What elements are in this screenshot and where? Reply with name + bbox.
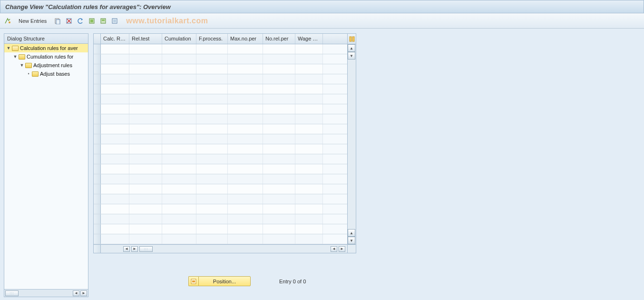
table-cell[interactable] <box>228 134 263 144</box>
table-cell[interactable] <box>295 84 323 94</box>
column-header[interactable]: Cumulation <box>162 34 196 44</box>
table-cell[interactable] <box>162 134 196 144</box>
table-cell[interactable] <box>228 184 263 194</box>
table-cell[interactable] <box>101 64 129 74</box>
table-cell[interactable] <box>263 234 295 244</box>
row-selector[interactable] <box>94 164 101 174</box>
table-cell[interactable] <box>295 174 323 184</box>
tree-node[interactable]: ▼Cumulation rules for <box>4 52 88 61</box>
table-cell[interactable] <box>263 74 295 84</box>
table-cell[interactable] <box>162 184 196 194</box>
table-cell[interactable] <box>295 194 323 204</box>
table-cell[interactable] <box>263 64 295 74</box>
table-cell[interactable] <box>129 64 162 74</box>
table-cell[interactable] <box>295 224 323 234</box>
table-cell[interactable] <box>101 164 129 174</box>
scroll-right-icon[interactable]: ► <box>80 290 87 296</box>
table-cell[interactable] <box>228 234 263 244</box>
table-cell[interactable] <box>196 174 228 184</box>
table-cell[interactable] <box>263 214 295 224</box>
table-cell[interactable] <box>129 134 162 144</box>
table-cell[interactable] <box>295 114 323 124</box>
table-cell[interactable] <box>101 44 129 54</box>
table-cell[interactable] <box>196 64 228 74</box>
table-cell[interactable] <box>295 54 323 64</box>
vscroll-up-icon[interactable]: ▲ <box>348 44 355 52</box>
table-corner[interactable] <box>94 34 101 44</box>
dialog-structure-tree[interactable]: ▼Calculation rules for aver▼Cumulation r… <box>4 44 88 289</box>
table-cell[interactable] <box>228 214 263 224</box>
table-cell[interactable] <box>263 174 295 184</box>
position-button[interactable]: Position... <box>188 276 251 286</box>
table-cell[interactable] <box>263 134 295 144</box>
table-cell[interactable] <box>162 204 196 214</box>
table-cell[interactable] <box>196 44 228 54</box>
table-cell[interactable] <box>101 74 129 84</box>
table-cell[interactable] <box>263 44 295 54</box>
table-cell[interactable] <box>162 144 196 154</box>
copy-icon[interactable] <box>53 16 62 26</box>
row-selector[interactable] <box>94 144 101 154</box>
row-selector[interactable] <box>94 214 101 224</box>
table-cell[interactable] <box>295 144 323 154</box>
table-cell[interactable] <box>162 214 196 224</box>
toggle-icon[interactable] <box>3 16 12 26</box>
hscroll-thumb-icon[interactable]: ::: <box>139 246 153 252</box>
hscroll-right-icon[interactable]: ► <box>131 246 138 252</box>
table-cell[interactable] <box>196 94 228 104</box>
table-cell[interactable] <box>196 84 228 94</box>
table-cell[interactable] <box>295 64 323 74</box>
table-cell[interactable] <box>101 114 129 124</box>
table-cell[interactable] <box>196 194 228 204</box>
table-cell[interactable] <box>101 84 129 94</box>
table-cell[interactable] <box>295 154 323 164</box>
row-selector[interactable] <box>94 74 101 84</box>
table-cell[interactable] <box>129 154 162 164</box>
hscroll-left-icon[interactable]: ◄ <box>123 246 130 252</box>
table-cell[interactable] <box>263 84 295 94</box>
vscroll-up-step-icon[interactable]: ▲ <box>348 229 355 237</box>
row-selector[interactable] <box>94 54 101 64</box>
row-selector[interactable] <box>94 94 101 104</box>
table-cell[interactable] <box>196 104 228 114</box>
delete-icon[interactable] <box>64 16 74 26</box>
table-cell[interactable] <box>228 224 263 234</box>
table-cell[interactable] <box>196 224 228 234</box>
table-cell[interactable] <box>196 74 228 84</box>
table-cell[interactable] <box>101 134 129 144</box>
table-cell[interactable] <box>162 124 196 134</box>
table-cell[interactable] <box>263 104 295 114</box>
row-selector[interactable] <box>94 134 101 144</box>
table-cell[interactable] <box>196 134 228 144</box>
table-cell[interactable] <box>263 204 295 214</box>
table-cell[interactable] <box>196 214 228 224</box>
row-selector[interactable] <box>94 204 101 214</box>
table-cell[interactable] <box>129 204 162 214</box>
table-cell[interactable] <box>196 144 228 154</box>
table-cell[interactable] <box>263 114 295 124</box>
table-cell[interactable] <box>129 144 162 154</box>
table-cell[interactable] <box>263 94 295 104</box>
table-cell[interactable] <box>162 174 196 184</box>
column-header[interactable]: Rel.test <box>129 34 162 44</box>
table-cell[interactable] <box>228 114 263 124</box>
table-cell[interactable] <box>101 234 129 244</box>
table-cell[interactable] <box>129 104 162 114</box>
table-cell[interactable] <box>228 194 263 204</box>
sidebar-hscroll[interactable]: ::: ◄ ► <box>4 289 88 297</box>
tree-expand-icon[interactable]: ▼ <box>20 63 24 68</box>
row-selector[interactable] <box>94 154 101 164</box>
column-header[interactable]: Calc. Rule <box>101 34 129 44</box>
table-cell[interactable] <box>162 164 196 174</box>
select-block-icon[interactable] <box>98 16 108 26</box>
table-cell[interactable] <box>295 164 323 174</box>
table-cell[interactable] <box>196 124 228 134</box>
row-selector[interactable] <box>94 124 101 134</box>
table-cell[interactable] <box>162 64 196 74</box>
table-cell[interactable] <box>228 144 263 154</box>
deselect-all-icon[interactable] <box>110 16 119 26</box>
undo-icon[interactable] <box>76 16 85 26</box>
table-cell[interactable] <box>101 174 129 184</box>
table-cell[interactable] <box>101 94 129 104</box>
table-cell[interactable] <box>162 194 196 204</box>
